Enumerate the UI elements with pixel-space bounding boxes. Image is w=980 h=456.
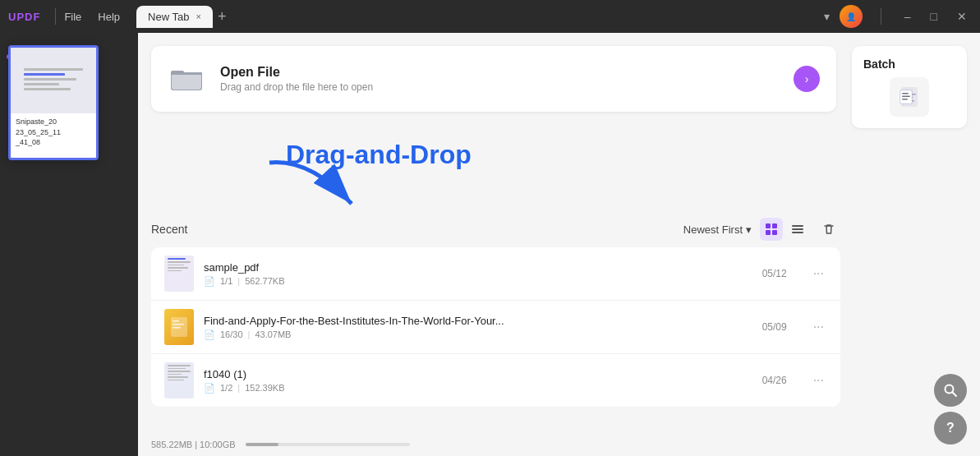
help-fab-button[interactable]: ? (934, 412, 967, 444)
open-file-panel: Open File Drag and drop the file here to… (151, 46, 836, 112)
file-page-icon: 📄 (204, 329, 215, 340)
file-size: 562.77KB (245, 276, 284, 286)
content-area: Open File Drag and drop the file here to… (138, 33, 980, 456)
batch-icon-button[interactable] (890, 77, 929, 117)
tabs-overflow-button[interactable]: ▾ (824, 10, 830, 23)
batch-title: Batch (863, 58, 895, 71)
file-size: 152.39KB (245, 383, 284, 393)
recent-controls: Newest First ▾ (683, 218, 840, 241)
drag-drop-label: Drag-and-Drop (286, 140, 472, 170)
search-icon (943, 383, 958, 398)
file-thumbnail (164, 309, 194, 345)
svg-rect-24 (173, 324, 184, 325)
svg-rect-15 (766, 223, 771, 228)
file-more-button[interactable]: ··· (810, 370, 827, 391)
minimize-button[interactable]: – (899, 8, 916, 25)
file-more-button[interactable]: ··· (810, 316, 827, 338)
svg-rect-19 (792, 225, 803, 227)
user-avatar[interactable]: 👤 (840, 5, 863, 28)
file-pages: 1/2 (220, 383, 232, 393)
svg-rect-23 (173, 320, 179, 322)
list-icon (791, 223, 804, 236)
svg-rect-12 (902, 96, 910, 98)
file-name: sample_pdf (204, 261, 752, 274)
card-preview (11, 48, 96, 113)
file-meta: 📄 1/2 | 152.39KB (204, 383, 752, 394)
file-page-icon: 📄 (204, 276, 215, 287)
file-date: 05/09 (762, 321, 787, 333)
window-controls: ▾ 👤 – □ ✕ (824, 5, 972, 28)
bottom-bar: 585.22MB | 10:00GB (151, 433, 980, 456)
file-pages: 16/30 (220, 329, 243, 339)
recent-label: Recent (151, 223, 187, 236)
table-row[interactable]: sample_pdf 📄 1/1 | 562.77KB 05/12 ··· (151, 247, 840, 301)
divider (55, 8, 56, 25)
view-toggle (760, 218, 809, 241)
tab-label: New Tab (148, 11, 189, 23)
svg-rect-17 (766, 230, 771, 235)
scrollbar-track[interactable] (246, 443, 410, 446)
file-info: Find-and-Apply-For-the-Best-Institutes-I… (204, 315, 752, 340)
main-area: ⏱ Recent ☆ Starred ☁ UPDF Cloud O (0, 33, 980, 456)
file-pages: 1/1 (220, 276, 232, 286)
grid-icon (765, 223, 778, 236)
tab-close-button[interactable]: × (196, 12, 200, 21)
delete-button[interactable] (817, 218, 840, 241)
file-info: f1040 (1) 📄 1/2 | 152.39KB (204, 368, 752, 394)
tab-add-button[interactable]: + (218, 8, 227, 25)
svg-rect-3 (171, 72, 202, 75)
storage-info: 585.22MB | 10:00GB (151, 440, 236, 449)
svg-rect-21 (792, 232, 803, 233)
search-fab-button[interactable] (934, 374, 967, 407)
floating-file-card[interactable]: Snipaste_20 23_05_25_11 _41_08 (8, 45, 99, 160)
close-button[interactable]: ✕ (952, 8, 972, 25)
svg-line-27 (953, 393, 957, 397)
list-view-button[interactable] (786, 218, 809, 241)
menu-help[interactable]: Help (98, 11, 120, 23)
svg-rect-18 (772, 230, 777, 235)
help-icon: ? (946, 421, 955, 435)
table-row[interactable]: f1040 (1) 📄 1/2 | 152.39KB 04/26 ··· (151, 354, 840, 407)
tab-area: New Tab × + (136, 6, 824, 28)
batch-panel: Batch (852, 46, 967, 128)
scrollbar-thumb[interactable] (246, 443, 278, 446)
open-file-button[interactable]: › (794, 66, 820, 92)
open-file-subtitle: Drag and drop the file here to open (220, 81, 780, 93)
svg-rect-13 (902, 99, 908, 100)
open-file-text: Open File Drag and drop the file here to… (220, 65, 780, 93)
svg-rect-25 (173, 327, 181, 329)
new-tab[interactable]: New Tab × (136, 6, 213, 28)
sort-dropdown[interactable]: Newest First ▾ (683, 223, 752, 236)
svg-rect-16 (772, 223, 777, 228)
menu-bar: File Help (64, 11, 120, 23)
recent-section: Recent Newest First ▾ (151, 218, 840, 431)
svg-rect-11 (902, 93, 909, 94)
floating-card-label: Snipaste_20 23_05_25_11 _41_08 (11, 113, 96, 151)
file-info: sample_pdf 📄 1/1 | 562.77KB (204, 261, 752, 287)
file-list: sample_pdf 📄 1/1 | 562.77KB 05/12 ··· (151, 247, 840, 407)
divider2 (881, 8, 881, 25)
file-name: Find-and-Apply-For-the-Best-Institutes-I… (204, 315, 752, 327)
file-thumbnail (164, 362, 194, 398)
app-logo: UPDF (8, 11, 40, 23)
file-name: f1040 (1) (204, 368, 752, 380)
file-meta: 📄 1/1 | 562.77KB (204, 276, 752, 287)
open-file-title: Open File (220, 65, 780, 80)
svg-rect-20 (792, 228, 803, 230)
maximize-button[interactable]: □ (926, 8, 942, 25)
file-date: 04/26 (762, 375, 787, 386)
batch-pdf-icon (898, 85, 921, 108)
file-page-icon: 📄 (204, 383, 215, 394)
title-bar: UPDF File Help New Tab × + ▾ 👤 – □ ✕ (0, 0, 980, 33)
recent-header: Recent Newest First ▾ (151, 218, 840, 241)
folder-icon (168, 59, 207, 99)
grid-view-button[interactable] (760, 218, 783, 241)
menu-file[interactable]: File (64, 11, 81, 23)
sort-chevron-icon: ▾ (746, 223, 752, 236)
file-more-button[interactable]: ··· (810, 263, 827, 284)
file-size: 43.07MB (255, 329, 291, 339)
table-row[interactable]: Find-and-Apply-For-the-Best-Institutes-I… (151, 301, 840, 354)
file-meta: 📄 16/30 | 43.07MB (204, 329, 752, 340)
trash-icon (822, 223, 835, 236)
file-date: 05/12 (762, 268, 787, 279)
